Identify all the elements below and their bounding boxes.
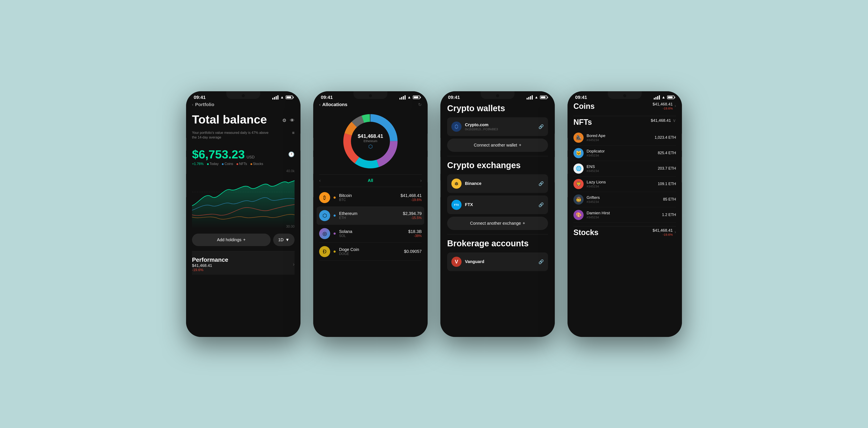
binance-link-icon[interactable]: 🔗 [538, 181, 544, 186]
p1-page-title: Portfolio [195, 102, 214, 107]
btc-ticker: BTC [339, 198, 397, 202]
coins-header[interactable]: Coins $41,468.41 -19.6% › [574, 102, 676, 112]
plus-icon: + [243, 237, 246, 242]
legend-stocks: Stocks [250, 162, 263, 166]
bored-ape-avatar: 🦍 [574, 133, 584, 143]
p1-title-icons: ⚙ 👁 [282, 118, 294, 123]
coins-change: -19.6% [653, 106, 673, 110]
filter-row: ‹ All › [319, 174, 422, 187]
legend-today: Today [207, 162, 219, 166]
list-icon[interactable]: ≡ [292, 130, 294, 135]
connect-exchange-button[interactable]: Connect another exchange + [447, 217, 548, 230]
crypto-wallets-title: Crypto wallets [447, 104, 548, 113]
nfts-header[interactable]: NFTs $41,468.41 ∨ [574, 118, 676, 128]
binance-icon [452, 178, 462, 189]
coins-arrow[interactable]: › [675, 103, 676, 109]
nft-item-damien-hirst[interactable]: 🎨 Damien Hirst #345234 1.2 ETH [574, 207, 676, 223]
legend-nfts: NFTs [237, 162, 247, 166]
vol-button-3 [186, 180, 186, 197]
battery-icon-4 [667, 96, 674, 99]
damien-hirst-id: #345234 [587, 216, 659, 219]
doplicator-name: Doplicator [587, 149, 655, 154]
filter-next[interactable]: › [420, 178, 422, 184]
back-arrow-2[interactable]: ‹ [319, 102, 321, 107]
exchange-ftx[interactable]: FTX FTX 🔗 [447, 195, 548, 214]
grifters-avatar: 🤠 [574, 194, 584, 205]
wallet-item-crypto-com[interactable]: Crypto.com 0x1b1b913...FC6feBE3 🔗 [447, 117, 548, 136]
ftx-logo: FTX [454, 202, 459, 208]
status-icons-3: ▲ [527, 95, 547, 100]
filter-label[interactable]: All [368, 178, 373, 183]
p1-performance-row[interactable]: Performance $41,468.41 -19.6% › [192, 251, 294, 275]
vol-left-3a [440, 138, 441, 151]
add-holdings-button[interactable]: Add holdings + [192, 234, 271, 246]
ftx-link-icon[interactable]: 🔗 [538, 202, 544, 207]
coin-item-doge[interactable]: Ð Doge Coin DOGE $0.09057 [319, 243, 422, 261]
refresh-icon[interactable]: ↻ [418, 102, 422, 107]
filter-prev[interactable]: ‹ [319, 178, 321, 184]
signal-icon-1 [272, 95, 278, 100]
stocks-arrow[interactable]: › [675, 229, 676, 235]
coin-item-eth[interactable]: ⬡ Ethereum ETH $2,394.79 -15.5% [317, 207, 424, 225]
power-button-2 [427, 134, 428, 151]
plus-icon-wallet: + [519, 143, 521, 147]
stocks-value: $41,468.41 [653, 228, 673, 233]
crypto-exchanges-title: Crypto exchanges [447, 161, 548, 170]
add-holdings-label: Add holdings [217, 237, 242, 242]
wifi-icon-1: ▲ [280, 95, 284, 100]
brokerage-vanguard[interactable]: V Vanguard 🔗 [447, 253, 548, 271]
grifters-info: Grifters #345234 [587, 195, 660, 203]
eye-icon[interactable]: 👁 [290, 118, 294, 123]
exchange-binance[interactable]: Binance 🔗 [447, 174, 548, 193]
phone-connections: 09:41 ▲ Crypto wallets [440, 91, 555, 337]
p1-change: +1.76% [192, 162, 204, 166]
status-icons-1: ▲ [272, 95, 293, 100]
battery-icon-3 [540, 96, 547, 99]
nfts-right: $41,468.41 ∨ [651, 118, 676, 123]
donut-chart-area: $41,468.41 Ethereum ⬡ [319, 111, 422, 171]
bored-ape-info: Bored Ape #345234 [587, 133, 652, 142]
damien-hirst-info: Damien Hirst #345234 [587, 211, 659, 219]
p1-title-row: Total balance ⚙ 👁 [192, 112, 294, 129]
lazy-lions-avatar: 🦁 [574, 179, 584, 189]
chart-label-low: 30.00 [286, 225, 294, 229]
coin-item-btc[interactable]: ₿ Bitcoin BTC $41,468.41 -19.6% [319, 189, 422, 207]
nft-item-ens[interactable]: 🌐 ENS #345234 203.7 ETH [574, 161, 676, 176]
chart-svg [192, 169, 294, 229]
period-button[interactable]: 1D ▼ [273, 234, 294, 246]
period-label: 1D [278, 237, 284, 242]
btc-name: Bitcoin [339, 193, 397, 198]
battery-icon-1 [286, 96, 293, 99]
eth-info: Ethereum ETH [339, 211, 399, 220]
p1-currency: USD [247, 155, 255, 159]
performance-chevron[interactable]: › [293, 261, 294, 267]
signal-icon-2 [399, 95, 406, 100]
sol-change: -38% [408, 234, 422, 238]
stocks-header[interactable]: Stocks $41,468.41 -19.6% › [574, 228, 676, 239]
eth-values: $2,394.79 -15.5% [403, 211, 422, 220]
doge-icon: Ð [319, 246, 330, 257]
camera-notch-2 [369, 94, 372, 97]
performance-title: Performance [192, 257, 228, 263]
doge-ticker: DOGE [339, 252, 401, 256]
nft-item-bored-ape[interactable]: 🦍 Bored Ape #345234 1,023.4 ETH [574, 130, 676, 145]
vol-left-3c [440, 180, 441, 197]
settings-icon[interactable]: ⚙ [282, 118, 286, 123]
back-arrow-1[interactable]: ‹ [192, 102, 193, 107]
nft-item-doplicator[interactable]: 🐱 Doplicator #345234 825.4 ETH [574, 145, 676, 161]
camera-notch-4 [623, 94, 626, 97]
vanguard-link-icon[interactable]: 🔗 [538, 259, 544, 264]
nfts-arrow[interactable]: ∨ [673, 118, 676, 123]
nft-item-lazy-lions[interactable]: 🦁 Lazy Lions #345234 109.1 ETH [574, 176, 676, 192]
wallet-link-icon[interactable]: 🔗 [538, 124, 544, 129]
eth-icon: ⬡ [319, 210, 330, 221]
status-icons-2: ▲ [399, 95, 420, 100]
history-icon[interactable]: 🕐 [288, 152, 294, 157]
connect-wallet-button[interactable]: Connect another wallet + [447, 138, 548, 152]
donut-amount: $41,468.41 [358, 133, 383, 139]
nft-item-grifters[interactable]: 🤠 Grifters #345234 85 ETH [574, 192, 676, 207]
p2-page-title: Allocations [322, 102, 347, 107]
sol-dot [334, 233, 336, 235]
donut-container: $41,468.41 Ethereum ⬡ [341, 111, 400, 171]
coin-item-sol[interactable]: ◎ Solana SOL $18.3B -38% [319, 225, 422, 243]
